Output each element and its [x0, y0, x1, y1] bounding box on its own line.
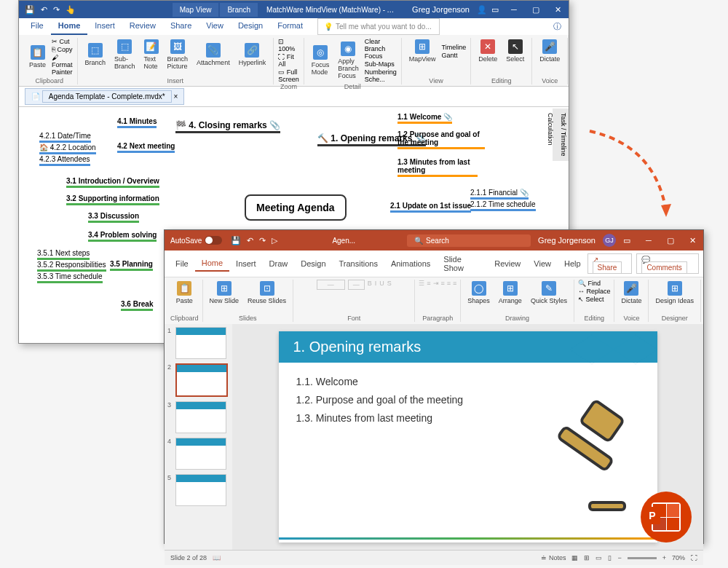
spellcheck-icon[interactable]: 📖 — [213, 554, 221, 561]
tab-draw[interactable]: Draw — [263, 256, 295, 271]
node-4-2[interactable]: 4.2 Next meeting — [117, 142, 175, 153]
replace-button[interactable]: ↔ Replace — [578, 288, 611, 295]
document-tab[interactable]: 📄 Agenda Template - Complete.mvdx* × — [25, 88, 184, 105]
tab-home[interactable]: Home — [51, 18, 88, 35]
minimize-button[interactable]: ─ — [503, 1, 525, 18]
clear-branch-focus-button[interactable]: Clear Branch Focus — [365, 38, 397, 60]
indent-button[interactable]: ⇥ — [433, 280, 439, 287]
slide-editor[interactable]: 1. Opening remarks 1.1. Welcome 1.2. Pur… — [232, 324, 703, 550]
thumbnail-3[interactable]: 3 — [167, 401, 229, 433]
tab-help[interactable]: Help — [558, 256, 587, 271]
current-slide[interactable]: 1. Opening remarks 1.1. Welcome 1.2. Pur… — [279, 331, 657, 543]
node-4-2-2[interactable]: 🏠 4.2.2 Location — [39, 143, 96, 154]
redo-icon[interactable]: ↷ — [256, 236, 269, 245]
avatar[interactable]: GJ — [603, 234, 616, 247]
comments-button[interactable]: 💬 Comments — [636, 253, 699, 274]
redo-icon[interactable]: ↷ — [53, 5, 60, 15]
paste-button[interactable]: 📋Paste — [173, 280, 196, 306]
ribbon-options-icon[interactable]: ▭ — [487, 5, 503, 15]
tab-share[interactable]: Share — [163, 18, 199, 35]
tab-view[interactable]: View — [527, 256, 558, 271]
start-slideshow-icon[interactable]: ▷ — [269, 236, 280, 245]
bullets-button[interactable]: ☰ — [419, 280, 424, 287]
numbering-button[interactable]: ≡ — [427, 280, 430, 287]
dictate-button[interactable]: 🎤Dictate — [618, 280, 644, 306]
node-3-5-2[interactable]: 3.5.2 Responsibilities — [37, 261, 106, 272]
touch-icon[interactable]: 👆 — [66, 5, 76, 15]
bold-button[interactable]: B — [368, 280, 372, 290]
timeline-button[interactable]: Timeline — [442, 44, 467, 51]
node-4[interactable]: 🏁 4. Closing remarks 📎 — [175, 120, 280, 133]
sidebar-tab-task[interactable]: Task / Timeline — [560, 113, 567, 157]
select-button[interactable]: ↖ Select — [578, 296, 611, 303]
node-3-4[interactable]: 3.4 Problem solving — [88, 231, 157, 242]
title-tab-branch[interactable]: Branch — [220, 3, 258, 17]
zoom-out-button[interactable]: − — [617, 554, 621, 561]
tab-review[interactable]: Review — [488, 256, 527, 271]
format-painter-button[interactable]: 🖌 Format Painter — [52, 54, 73, 76]
zoom-slider[interactable] — [628, 557, 657, 559]
zoom-level[interactable]: 70% — [672, 554, 685, 561]
node-3-1[interactable]: 3.1 Introduction / Overview — [66, 177, 159, 188]
node-3-5-1[interactable]: 3.5.1 Next steps — [37, 249, 90, 260]
gantt-button[interactable]: Gantt — [442, 52, 467, 59]
align-right-button[interactable]: ≡ — [453, 280, 456, 287]
tab-view[interactable]: View — [199, 18, 231, 35]
title-tab-mapview[interactable]: Map View — [173, 3, 219, 17]
quick-styles-button[interactable]: ✎Quick Styles — [528, 280, 570, 306]
tab-slide-show[interactable]: Slide Show — [437, 252, 488, 275]
branch-button[interactable]: ⬚Branch — [82, 42, 109, 68]
tab-home[interactable]: Home — [195, 256, 229, 272]
node-4-2-3[interactable]: 4.2.3 Attendees — [39, 155, 90, 166]
sub-maps-button[interactable]: Sub-Maps — [365, 60, 397, 68]
node-2-1-1[interactable]: 2.1.1 Financial 📎 — [470, 189, 529, 200]
node-4-1[interactable]: 4.1 Minutes — [117, 117, 157, 128]
normal-view-icon[interactable]: ▦ — [571, 554, 578, 561]
dictate-button[interactable]: 🎤Dictate — [537, 38, 563, 64]
align-left-button[interactable]: ≡ — [441, 280, 445, 287]
delete-button[interactable]: ✕Delete — [475, 38, 500, 64]
design-ideas-button[interactable]: ⊞Design Ideas — [652, 280, 697, 306]
sidebar-tab-calc[interactable]: Calculation — [547, 113, 554, 157]
tab-insert[interactable]: Insert — [87, 18, 122, 35]
node-3-6[interactable]: 3.6 Break — [121, 300, 153, 311]
user-name[interactable]: Greg Jorgenson — [405, 5, 477, 14]
find-button[interactable]: 🔍 Find — [578, 280, 611, 287]
thumbnail-5[interactable]: 5 — [167, 474, 229, 506]
node-1-3[interactable]: 1.3 Minutes from last meeting — [397, 158, 478, 177]
paste-button[interactable]: 📋Paste — [26, 44, 49, 70]
node-1-2[interactable]: 1.2 Purpose and goal of the meeting — [397, 130, 485, 149]
full-screen-button[interactable]: ▭ Full Screen — [278, 68, 299, 83]
search-input[interactable]: 🔍 Search — [407, 234, 531, 247]
text-note-button[interactable]: 📝Text Note — [141, 38, 162, 71]
hyperlink-button[interactable]: 🔗Hyperlink — [236, 42, 269, 68]
arrange-button[interactable]: ⊞Arrange — [496, 280, 525, 306]
autosave-toggle[interactable]: AutoSave — [165, 236, 228, 245]
node-3-2[interactable]: 3.2 Supporting information — [66, 194, 159, 205]
save-icon[interactable]: 💾 — [25, 5, 35, 15]
tab-file[interactable]: File — [169, 256, 195, 271]
branch-picture-button[interactable]: 🖼Branch Picture — [165, 38, 191, 71]
close-button[interactable]: ✕ — [681, 232, 703, 249]
node-3-3[interactable]: 3.3 Discussion — [88, 212, 139, 223]
maximize-button[interactable]: ▢ — [525, 1, 547, 18]
fit-to-window-icon[interactable]: ⛶ — [691, 554, 697, 561]
notes-button[interactable]: ≐ Notes — [541, 554, 566, 561]
tab-insert[interactable]: Insert — [229, 256, 263, 271]
tab-design[interactable]: Design — [294, 256, 332, 271]
focus-mode-button[interactable]: ◎Focus Mode — [309, 44, 333, 77]
zoom-100-button[interactable]: ⊡ 100% — [278, 38, 299, 52]
tab-file[interactable]: File — [23, 18, 51, 35]
maximize-button[interactable]: ▢ — [660, 232, 681, 249]
mapview-button[interactable]: ⊞MapView — [406, 38, 439, 64]
user-name[interactable]: Greg Jorgenson — [531, 236, 603, 245]
apply-branch-focus-button[interactable]: ◉Apply Branch Focus — [335, 40, 362, 81]
reuse-slides-button[interactable]: ⊡Reuse Slides — [245, 280, 289, 306]
zoom-in-button[interactable]: + — [662, 554, 666, 561]
slideshow-view-icon[interactable]: ▯ — [608, 554, 612, 561]
minimize-button[interactable]: ─ — [638, 232, 660, 249]
italic-button[interactable]: I — [375, 280, 377, 290]
select-button[interactable]: ↖Select — [503, 38, 527, 64]
fit-all-button[interactable]: ⛶ Fit All — [278, 53, 299, 68]
root-node[interactable]: Meeting Agenda — [245, 194, 347, 221]
